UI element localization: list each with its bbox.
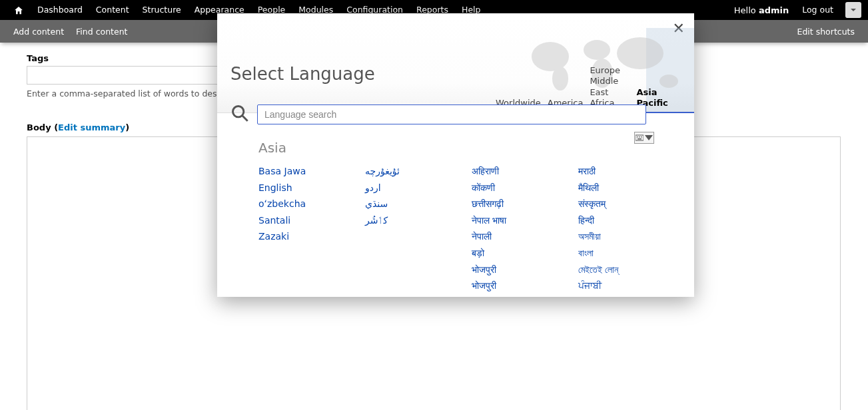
lang-link[interactable]: ਪੰਜਾਬੀ: [578, 280, 658, 293]
logout-link[interactable]: Log out: [795, 0, 840, 20]
lang-link[interactable]: नेपाली: [472, 230, 552, 244]
lang-link[interactable]: oʻzbekcha: [258, 198, 338, 211]
lang-link[interactable]: छत्तीसगढ़ी: [472, 198, 552, 211]
lang-link[interactable]: भोजपुरी: [472, 264, 552, 277]
lang-link[interactable]: मराठी: [578, 165, 658, 178]
region-heading: Asia: [258, 140, 675, 156]
lang-link[interactable]: Basa Jawa: [258, 165, 338, 178]
edit-shortcuts[interactable]: Edit shortcuts: [797, 27, 855, 37]
lang-link[interactable]: अहिराणी: [472, 165, 552, 178]
search-icon: [230, 104, 249, 124]
lang-link[interactable]: बड़ो: [472, 247, 552, 260]
lang-link[interactable]: English: [258, 182, 338, 195]
lang-link[interactable]: کٲشُر: [365, 214, 445, 228]
toolbar-content[interactable]: Content: [89, 0, 136, 20]
language-modal: ✕ Select Language Worldwide America Euro…: [217, 13, 694, 297]
lang-link[interactable]: संस्कृतम्: [578, 198, 658, 211]
lang-link[interactable]: Santali: [258, 214, 338, 228]
svg-point-2: [584, 40, 610, 60]
edit-summary-link[interactable]: Edit summary: [58, 122, 125, 132]
language-search-input[interactable]: [257, 104, 646, 124]
toolbar-dropdown[interactable]: [845, 2, 861, 18]
lang-link[interactable]: ئۇيغۇرچە: [365, 165, 445, 178]
lang-link[interactable]: اردو: [365, 182, 445, 195]
modal-body[interactable]: Asia Basa Jawa English oʻzbekcha Santali…: [217, 113, 694, 297]
lang-link[interactable]: हिन्दी: [578, 214, 658, 228]
lang-link[interactable]: नेपाल भाषा: [472, 214, 552, 228]
svg-line-7: [242, 116, 248, 121]
lang-link[interactable]: कोंकणी: [472, 182, 552, 195]
svg-point-6: [233, 106, 244, 117]
lang-link[interactable]: भोजपुरी: [472, 280, 552, 293]
lang-link[interactable]: মেইতেই লোন্: [578, 264, 658, 277]
language-columns: Basa Jawa English oʻzbekcha Santali Zaza…: [258, 165, 675, 293]
toolbar-dashboard[interactable]: Dashboard: [31, 0, 89, 20]
greeting: Hello admin: [727, 5, 795, 15]
shortcut-add-content[interactable]: Add content: [13, 27, 64, 37]
modal-header: ✕ Select Language Worldwide America Euro…: [217, 13, 694, 113]
svg-point-4: [617, 37, 663, 69]
toolbar-structure[interactable]: Structure: [136, 0, 188, 20]
lang-link[interactable]: मैथिली: [578, 182, 658, 195]
lang-link[interactable]: বাংলা: [578, 247, 658, 260]
lang-link[interactable]: অসমীয়া: [578, 230, 658, 244]
home-icon[interactable]: [7, 0, 31, 20]
shortcut-find-content[interactable]: Find content: [76, 27, 127, 37]
lang-link[interactable]: سنڌي: [365, 198, 445, 211]
lang-link[interactable]: Zazaki: [258, 230, 338, 244]
